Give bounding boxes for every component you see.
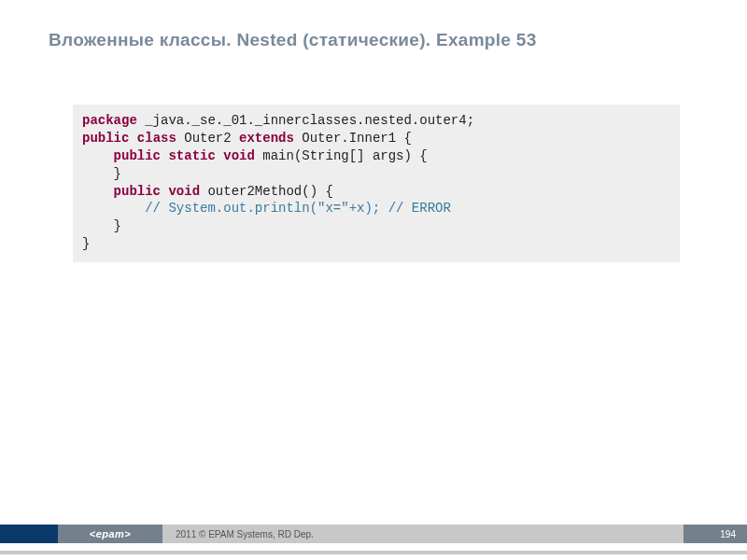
slide: Вложенные классы. Nested (статические). … xyxy=(0,0,747,560)
code-block: package _java._se._01._innerclasses.nest… xyxy=(73,105,680,262)
slide-title: Вложенные классы. Nested (статические). … xyxy=(49,30,537,50)
comment: // System.out.println("x="+x); // ERROR xyxy=(145,201,451,216)
keyword: public xyxy=(114,148,161,163)
footer: <epam> 2011 © EPAM Systems, RD Dep. 194 xyxy=(0,525,747,543)
indent xyxy=(82,218,114,233)
footer-logo: <epam> xyxy=(58,525,162,543)
code-text: } xyxy=(82,236,90,251)
footer-copyright: 2011 © EPAM Systems, RD Dep. xyxy=(162,525,684,543)
code-text: main(String[] args) { xyxy=(255,148,428,163)
footer-stripe xyxy=(0,551,747,554)
page-number: 194 xyxy=(684,525,747,543)
code-text: Outer.Inner1 { xyxy=(294,131,412,146)
keyword: class xyxy=(137,131,176,146)
code-text: _java._se._01._innerclasses.nested.outer… xyxy=(137,113,474,128)
keyword: package xyxy=(82,113,137,128)
keyword: void xyxy=(168,184,200,199)
indent xyxy=(82,148,114,163)
indent xyxy=(82,184,114,199)
keyword: void xyxy=(223,148,255,163)
footer-accent xyxy=(0,525,58,543)
indent xyxy=(82,201,145,216)
keyword: extends xyxy=(239,131,294,146)
code-text: } xyxy=(114,166,121,181)
code-text: } xyxy=(114,218,121,233)
keyword: static xyxy=(168,148,215,163)
code-text: outer2Method() { xyxy=(200,184,333,199)
indent xyxy=(82,166,114,181)
code-text: Outer2 xyxy=(176,131,239,146)
keyword: public xyxy=(114,184,161,199)
keyword: public xyxy=(82,131,129,146)
